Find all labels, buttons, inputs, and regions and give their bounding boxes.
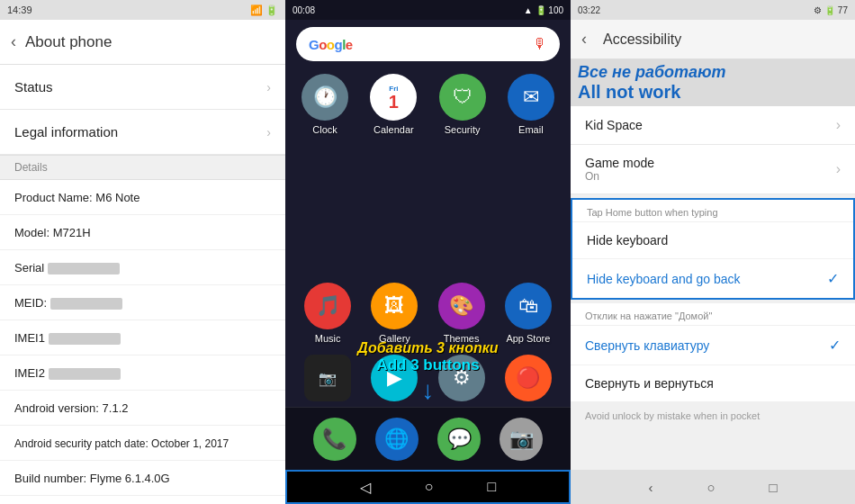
calendar-label: Calendar — [374, 124, 414, 135]
panel3-recents-nav[interactable]: □ — [770, 480, 778, 495]
russian-option-2[interactable]: Свернуть и вернуться — [571, 364, 855, 401]
themes-label: Themes — [444, 333, 480, 344]
russian-section-title: Отклик на нажатие "Домой" — [571, 303, 855, 325]
russian-option-1[interactable]: Свернуть клавиатуру ✓ — [571, 325, 855, 364]
gamemode-sub: On — [585, 170, 654, 183]
status-list-item[interactable]: Status › — [0, 65, 285, 110]
panel2-navbar: ◁ ○ □ — [285, 470, 571, 504]
imei1-detail: IMEI1 — [0, 320, 285, 356]
dock-phone[interactable]: 📞 — [313, 418, 356, 461]
app-music[interactable]: 🎵 Music — [304, 283, 351, 344]
panel3-back-button[interactable]: ‹ — [581, 30, 587, 49]
serial-detail: Serial — [0, 250, 285, 285]
model-detail: Model: M721H — [0, 215, 285, 250]
keyboard-section: Tap Home button when typing Hide keyboar… — [571, 198, 855, 300]
email-label: Email — [518, 124, 544, 135]
panel3-back-nav[interactable]: ‹ — [648, 480, 652, 495]
row3-icon-3: ⚙ — [438, 355, 485, 401]
android-version-detail: Android version: 7.1.2 — [0, 391, 285, 426]
appstore-icon: 🛍 — [505, 283, 552, 329]
legal-list-item[interactable]: Legal information › — [0, 110, 285, 155]
app-row3-3[interactable]: ⚙ — [438, 355, 485, 401]
panel3-time: 03:22 — [578, 5, 600, 15]
android-version-label: Android version: 7.1.2 — [14, 401, 129, 415]
imei2-detail: IMEI2 — [0, 356, 285, 391]
app-gallery[interactable]: 🖼 Gallery — [371, 283, 418, 344]
panel2-time: 00:08 — [292, 5, 315, 15]
kidspace-arrow: › — [836, 117, 841, 133]
panel3-home-nav[interactable]: ○ — [706, 480, 715, 495]
gallery-label: Gallery — [379, 333, 410, 344]
hide-keyboard-go-back-label: Hide keyboard and go back — [587, 272, 740, 286]
google-logo: Google — [309, 37, 353, 52]
app-security[interactable]: 🛡 Security — [439, 74, 486, 272]
hide-keyboard-go-back-option[interactable]: Hide keyboard and go back ✓ — [572, 258, 853, 298]
kidspace-item[interactable]: Kid Space › — [571, 106, 855, 145]
error-english-text: All not work — [578, 82, 848, 103]
check-icon-1: ✓ — [827, 270, 839, 287]
model-label: Model: M721H — [14, 226, 91, 239]
panel1-header: ‹ About phone — [0, 20, 285, 65]
row3-icon-1: 📷 — [304, 355, 351, 401]
gamemode-title: Game mode — [585, 156, 654, 170]
security-icon: 🛡 — [439, 74, 486, 121]
app-clock[interactable]: 🕐 Clock — [302, 74, 348, 272]
themes-icon: 🎨 — [438, 283, 485, 329]
panel-accessibility: 03:22 ⚙ 🔋 77 ‹ Accessibility Все не рабо… — [571, 0, 855, 504]
hide-keyboard-option[interactable]: Hide keyboard — [572, 221, 853, 258]
app-row3-1[interactable]: 📷 — [304, 355, 351, 401]
clock-icon: 🕐 — [302, 74, 348, 121]
error-russian-text: Все не работают — [578, 63, 848, 82]
imei2-label: IMEI2 — [14, 366, 121, 380]
app-row-2: 🎵 Music 🖼 Gallery 🎨 Themes 🛍 App Store — [285, 277, 571, 349]
meid-detail: MEID: — [0, 285, 285, 320]
panel3-title: Accessibility — [603, 32, 681, 48]
home-nav-button[interactable]: ○ — [425, 479, 434, 495]
back-nav-button[interactable]: ◁ — [360, 479, 371, 496]
panel1-statusbar: 14:39 📶 🔋 — [0, 0, 285, 20]
russian-option-2-label: Свернуть и вернуться — [585, 376, 714, 391]
back-button[interactable]: ‹ — [11, 32, 16, 51]
panel3-statusbar: 03:22 ⚙ 🔋 77 — [571, 0, 855, 20]
panel1-time: 14:39 — [7, 4, 32, 15]
panel3-status-icons: ⚙ 🔋 77 — [814, 5, 848, 15]
build-number-label: Build number: Flyme 6.1.4.0G — [14, 472, 170, 485]
panel3-content: Kid Space › Game mode On › Tap Home butt… — [571, 106, 855, 470]
panel-about-phone: 14:39 📶 🔋 ‹ About phone Status › Legal i… — [0, 0, 285, 504]
mic-icon[interactable]: 🎙 — [533, 36, 547, 52]
error-overlay: Все не работают All not work — [571, 59, 855, 106]
music-icon: 🎵 — [304, 283, 351, 329]
dock-camera[interactable]: 📷 — [500, 418, 543, 461]
keyboard-section-title: Tap Home button when typing — [572, 200, 853, 221]
row3-icon-4: 🔴 — [505, 355, 552, 401]
check-icon-2: ✓ — [829, 337, 841, 354]
security-label: Security — [445, 124, 481, 135]
gamemode-arrow: › — [836, 161, 841, 177]
legal-label: Legal information — [14, 124, 118, 140]
app-row3-2[interactable]: ▶ — [371, 355, 418, 401]
dock-browser[interactable]: 🌐 — [375, 418, 418, 461]
email-icon: ✉ — [508, 74, 554, 121]
russian-option-1-label: Свернуть клавиатуру — [585, 338, 709, 353]
status-label: Status — [14, 79, 53, 94]
app-dock: 📞 🌐 💬 📷 — [285, 407, 571, 470]
status-arrow: › — [266, 80, 271, 94]
app-row3-4[interactable]: 🔴 — [505, 355, 552, 401]
dock-whatsapp[interactable]: 💬 — [437, 418, 481, 461]
gamemode-item[interactable]: Game mode On › — [571, 145, 855, 194]
row3-icon-2: ▶ — [371, 355, 418, 401]
imei1-label: IMEI1 — [14, 331, 121, 345]
recents-nav-button[interactable]: □ — [488, 479, 497, 495]
bottom-note: Avoid unlock by mistake when in pocket — [571, 403, 855, 428]
app-themes[interactable]: 🎨 Themes — [438, 283, 485, 344]
product-name-label: Product Name: M6 Note — [14, 191, 140, 204]
google-searchbar[interactable]: Google 🎙 — [296, 27, 560, 61]
panel3-navbar: ‹ ○ □ — [571, 470, 855, 504]
security-patch-label: Android security patch date: October 1, … — [14, 437, 229, 450]
app-email[interactable]: ✉ Email — [508, 74, 554, 272]
legal-arrow: › — [266, 125, 271, 140]
app-calendar[interactable]: Fri 1 Calendar — [370, 74, 417, 272]
app-row-1: 🕐 Clock Fri 1 Calendar 🛡 Security ✉ Emai… — [285, 68, 571, 277]
page-title: About phone — [25, 33, 112, 51]
app-appstore[interactable]: 🛍 App Store — [505, 283, 552, 344]
